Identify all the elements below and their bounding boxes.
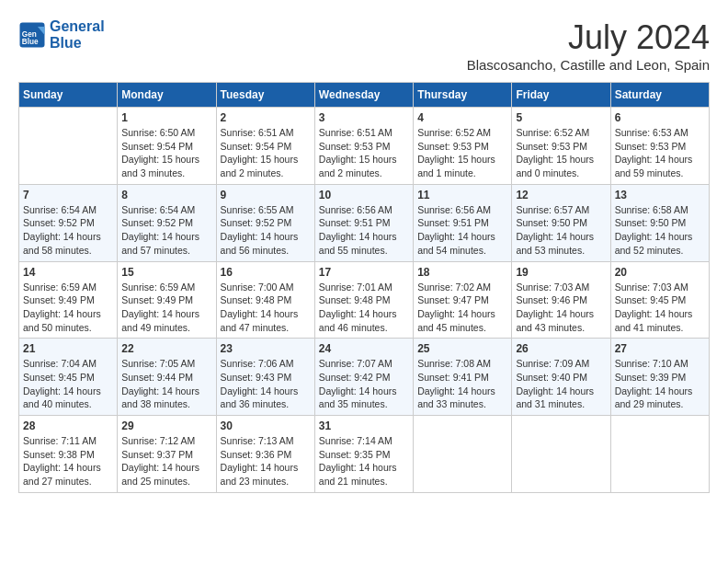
day-info: Sunrise: 7:10 AM Sunset: 9:39 PM Dayligh…: [615, 357, 705, 411]
day-number: 30: [221, 419, 311, 432]
day-number: 26: [516, 342, 606, 355]
day-info: Sunrise: 6:54 AM Sunset: 9:52 PM Dayligh…: [121, 203, 211, 258]
calendar-week-row: 14Sunrise: 6:59 AM Sunset: 9:49 PM Dayli…: [19, 261, 710, 339]
calendar-week-row: 28Sunrise: 7:11 AM Sunset: 9:38 PM Dayli…: [19, 416, 710, 493]
day-number: 27: [615, 342, 705, 355]
day-info: Sunrise: 6:57 AM Sunset: 9:50 PM Dayligh…: [516, 203, 606, 258]
calendar-cell: 24Sunrise: 7:07 AM Sunset: 9:42 PM Dayli…: [314, 339, 413, 416]
day-number: 2: [221, 111, 311, 124]
calendar-cell: [512, 416, 610, 493]
day-number: 15: [121, 266, 211, 279]
day-info: Sunrise: 6:51 AM Sunset: 9:54 PM Dayligh…: [221, 126, 311, 180]
day-number: 29: [121, 419, 211, 432]
day-of-week-header: Monday: [118, 83, 216, 108]
day-info: Sunrise: 7:07 AM Sunset: 9:42 PM Dayligh…: [319, 357, 409, 411]
calendar-cell: 27Sunrise: 7:10 AM Sunset: 9:39 PM Dayli…: [610, 339, 709, 416]
calendar-cell: 23Sunrise: 7:06 AM Sunset: 9:43 PM Dayli…: [216, 339, 314, 416]
calendar-week-row: 7Sunrise: 6:54 AM Sunset: 9:52 PM Daylig…: [19, 184, 710, 261]
calendar-cell: [610, 416, 709, 493]
calendar-cell: 22Sunrise: 7:05 AM Sunset: 9:44 PM Dayli…: [118, 339, 216, 416]
day-number: 31: [319, 419, 409, 432]
calendar-cell: 15Sunrise: 6:59 AM Sunset: 9:49 PM Dayli…: [118, 261, 216, 339]
day-of-week-header: Tuesday: [216, 83, 314, 108]
day-info: Sunrise: 6:52 AM Sunset: 9:53 PM Dayligh…: [417, 126, 507, 180]
calendar-cell: 17Sunrise: 7:01 AM Sunset: 9:48 PM Dayli…: [314, 261, 413, 339]
day-number: 6: [615, 111, 705, 124]
day-info: Sunrise: 6:59 AM Sunset: 9:49 PM Dayligh…: [23, 281, 113, 335]
calendar-table: SundayMondayTuesdayWednesdayThursdayFrid…: [18, 82, 710, 493]
day-number: 4: [417, 111, 507, 124]
calendar-cell: 20Sunrise: 7:03 AM Sunset: 9:45 PM Dayli…: [610, 261, 709, 339]
day-info: Sunrise: 6:55 AM Sunset: 9:52 PM Dayligh…: [221, 203, 311, 258]
day-number: 7: [23, 189, 113, 201]
calendar-header-row: SundayMondayTuesdayWednesdayThursdayFrid…: [19, 83, 710, 108]
calendar-cell: 10Sunrise: 6:56 AM Sunset: 9:51 PM Dayli…: [314, 184, 413, 261]
calendar-cell: 6Sunrise: 6:53 AM Sunset: 9:53 PM Daylig…: [610, 108, 709, 185]
day-number: 28: [23, 419, 113, 432]
day-of-week-header: Sunday: [19, 83, 118, 108]
day-of-week-header: Saturday: [610, 83, 709, 108]
day-info: Sunrise: 7:03 AM Sunset: 9:45 PM Dayligh…: [615, 281, 705, 335]
day-info: Sunrise: 7:14 AM Sunset: 9:35 PM Dayligh…: [319, 434, 409, 488]
month-year: July 2024: [467, 18, 710, 57]
day-info: Sunrise: 7:02 AM Sunset: 9:47 PM Dayligh…: [417, 281, 507, 335]
day-of-week-header: Thursday: [414, 83, 512, 108]
calendar-cell: 5Sunrise: 6:52 AM Sunset: 9:53 PM Daylig…: [512, 108, 610, 185]
day-of-week-header: Wednesday: [314, 83, 413, 108]
day-number: 5: [516, 111, 606, 124]
day-number: 18: [417, 266, 507, 279]
calendar-cell: 28Sunrise: 7:11 AM Sunset: 9:38 PM Dayli…: [19, 416, 118, 493]
calendar-cell: 12Sunrise: 6:57 AM Sunset: 9:50 PM Dayli…: [512, 184, 610, 261]
day-info: Sunrise: 6:54 AM Sunset: 9:52 PM Dayligh…: [23, 203, 113, 258]
day-number: 21: [23, 342, 113, 355]
calendar-cell: 18Sunrise: 7:02 AM Sunset: 9:47 PM Dayli…: [414, 261, 512, 339]
day-number: 19: [516, 266, 606, 279]
calendar-cell: 29Sunrise: 7:12 AM Sunset: 9:37 PM Dayli…: [118, 416, 216, 493]
day-info: Sunrise: 7:06 AM Sunset: 9:43 PM Dayligh…: [221, 357, 311, 411]
calendar-cell: 13Sunrise: 6:58 AM Sunset: 9:50 PM Dayli…: [610, 184, 709, 261]
logo-text: General Blue: [50, 18, 105, 51]
day-number: 12: [516, 189, 606, 201]
day-number: 20: [615, 266, 705, 279]
day-info: Sunrise: 7:08 AM Sunset: 9:41 PM Dayligh…: [417, 357, 507, 411]
day-info: Sunrise: 7:03 AM Sunset: 9:46 PM Dayligh…: [516, 281, 606, 335]
day-info: Sunrise: 7:05 AM Sunset: 9:44 PM Dayligh…: [121, 357, 211, 411]
day-number: 3: [319, 111, 409, 124]
svg-text:Blue: Blue: [22, 37, 39, 45]
day-number: 9: [221, 189, 311, 201]
calendar-cell: 25Sunrise: 7:08 AM Sunset: 9:41 PM Dayli…: [414, 339, 512, 416]
day-info: Sunrise: 6:56 AM Sunset: 9:51 PM Dayligh…: [417, 203, 507, 258]
logo: Gen Blue General Blue: [18, 18, 105, 51]
calendar-cell: 9Sunrise: 6:55 AM Sunset: 9:52 PM Daylig…: [216, 184, 314, 261]
page-header: Gen Blue General Blue July 2024 Blascosa…: [18, 18, 710, 73]
day-info: Sunrise: 7:12 AM Sunset: 9:37 PM Dayligh…: [121, 434, 211, 488]
calendar-cell: 3Sunrise: 6:51 AM Sunset: 9:53 PM Daylig…: [314, 108, 413, 185]
day-info: Sunrise: 7:13 AM Sunset: 9:36 PM Dayligh…: [221, 434, 311, 488]
calendar-cell: 8Sunrise: 6:54 AM Sunset: 9:52 PM Daylig…: [118, 184, 216, 261]
day-number: 16: [221, 266, 311, 279]
title-block: July 2024 Blascosancho, Castille and Leo…: [467, 18, 710, 73]
calendar-week-row: 1Sunrise: 6:50 AM Sunset: 9:54 PM Daylig…: [19, 108, 710, 185]
day-number: 23: [221, 342, 311, 355]
calendar-week-row: 21Sunrise: 7:04 AM Sunset: 9:45 PM Dayli…: [19, 339, 710, 416]
day-number: 25: [417, 342, 507, 355]
day-info: Sunrise: 6:50 AM Sunset: 9:54 PM Dayligh…: [121, 126, 211, 180]
day-number: 11: [417, 189, 507, 201]
day-info: Sunrise: 6:56 AM Sunset: 9:51 PM Dayligh…: [319, 203, 409, 258]
calendar-cell: 31Sunrise: 7:14 AM Sunset: 9:35 PM Dayli…: [314, 416, 413, 493]
calendar-cell: [19, 108, 118, 185]
day-info: Sunrise: 7:01 AM Sunset: 9:48 PM Dayligh…: [319, 281, 409, 335]
calendar-cell: 21Sunrise: 7:04 AM Sunset: 9:45 PM Dayli…: [19, 339, 118, 416]
calendar-cell: 19Sunrise: 7:03 AM Sunset: 9:46 PM Dayli…: [512, 261, 610, 339]
day-number: 8: [121, 189, 211, 201]
day-number: 22: [121, 342, 211, 355]
day-info: Sunrise: 7:09 AM Sunset: 9:40 PM Dayligh…: [516, 357, 606, 411]
day-number: 13: [615, 189, 705, 201]
calendar-cell: 2Sunrise: 6:51 AM Sunset: 9:54 PM Daylig…: [216, 108, 314, 185]
logo-line1: General: [50, 18, 105, 34]
day-info: Sunrise: 6:51 AM Sunset: 9:53 PM Dayligh…: [319, 126, 409, 180]
day-info: Sunrise: 7:11 AM Sunset: 9:38 PM Dayligh…: [23, 434, 113, 488]
day-of-week-header: Friday: [512, 83, 610, 108]
calendar-cell: [414, 416, 512, 493]
calendar-cell: 1Sunrise: 6:50 AM Sunset: 9:54 PM Daylig…: [118, 108, 216, 185]
